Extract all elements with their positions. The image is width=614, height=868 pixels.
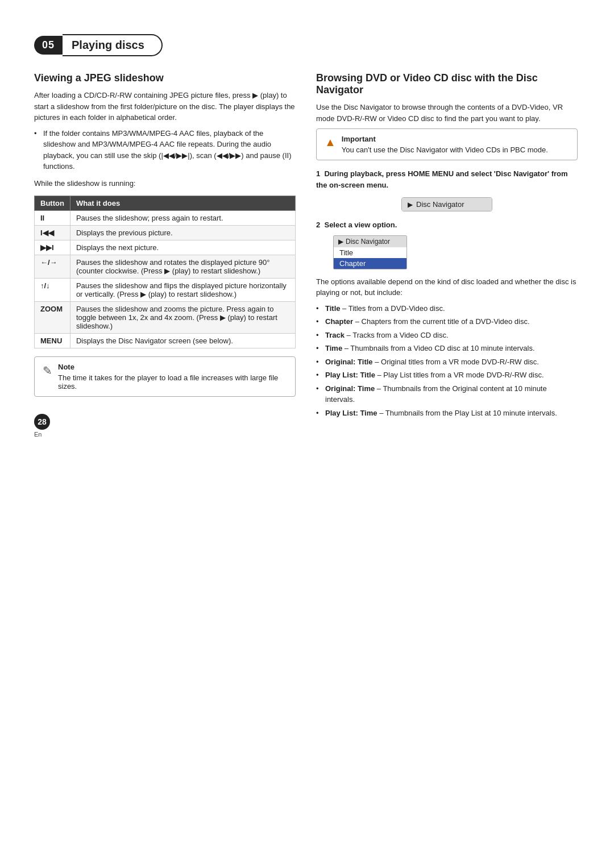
button-cell: I◀◀: [35, 226, 70, 240]
dns-header-label: Disc Navigator: [346, 238, 390, 246]
table-row: ↑/↓Pauses the slideshow and flips the di…: [35, 279, 296, 302]
options-intro: The options available depend on the kind…: [316, 276, 578, 298]
right-section-title: Browsing DVD or Video CD disc with the D…: [316, 72, 578, 96]
option-item: Time – Thumbnails from a Video CD disc a…: [316, 343, 578, 354]
disc-nav-icon-step1: ▶: [408, 201, 413, 209]
page-header: 05 Playing discs: [34, 34, 580, 56]
left-section-title: Viewing a JPEG slideshow: [34, 72, 296, 84]
table-row: ZOOMPauses the slideshow and zooms the p…: [35, 302, 296, 334]
step2-number: 2: [316, 221, 320, 229]
left-column: Viewing a JPEG slideshow After loading a…: [34, 72, 296, 438]
desc-cell: Pauses the slideshow and rotates the dis…: [70, 255, 295, 279]
option-item: Chapter – Chapters from the current titl…: [316, 316, 578, 327]
step1-text: 1 During playback, press HOME MENU and s…: [316, 168, 578, 190]
page-title: Playing discs: [63, 34, 163, 56]
option-item: Original: Time – Thumbnails from the Ori…: [316, 383, 578, 405]
note-content: Note The time it takes for the player to…: [58, 363, 287, 391]
button-cell: ←/→: [35, 255, 70, 279]
desc-cell: Displays the next picture.: [70, 240, 295, 255]
left-bullets: If the folder contains MP3/WMA/MPEG-4 AA…: [34, 128, 296, 172]
important-content: Important You can't use the Disc Navigat…: [342, 135, 548, 154]
important-text: You can't use the Disc Navigator with Vi…: [342, 146, 548, 154]
dns-header: ▶ Disc Navigator: [334, 236, 406, 247]
note-text: The time it takes for the player to load…: [58, 373, 278, 391]
button-cell: ▶▶I: [35, 240, 70, 255]
step2-desc: Select a view option.: [324, 221, 397, 229]
note-label: Note: [58, 363, 287, 371]
right-intro: Use the Disc Navigator to browse through…: [316, 102, 578, 124]
left-intro: After loading a CD/CD-R/-RW containing J…: [34, 90, 296, 123]
while-running: While the slideshow is running:: [34, 178, 296, 189]
col-what-it-does: What it does: [70, 196, 295, 211]
note-icon: ✎: [43, 364, 52, 377]
button-table: Button What it does IIPauses the slidesh…: [34, 196, 296, 348]
step1-number: 1: [316, 169, 320, 178]
option-item: Title – Titles from a DVD-Video disc.: [316, 303, 578, 314]
button-cell: II: [35, 211, 70, 226]
dns-icon: ▶: [338, 238, 343, 246]
note-box: ✎ Note The time it takes for the player …: [34, 356, 296, 397]
table-row: MENUDisplays the Disc Navigator screen (…: [35, 334, 296, 348]
table-row: IIPauses the slideshow; press again to r…: [35, 211, 296, 226]
button-cell: ↑/↓: [35, 279, 70, 302]
table-header-row: Button What it does: [35, 196, 296, 211]
desc-cell: Displays the previous picture.: [70, 226, 295, 240]
bullet-item-1: If the folder contains MP3/WMA/MPEG-4 AA…: [34, 128, 296, 172]
option-item: Play List: Time – Thumbnails from the Pl…: [316, 408, 578, 419]
dns-item[interactable]: Chapter: [334, 258, 406, 269]
table-row: ▶▶IDisplays the next picture.: [35, 240, 296, 255]
disc-nav-label-step1: Disc Navigator: [416, 200, 464, 209]
step1-desc: During playback, press HOME MENU and sel…: [316, 169, 568, 189]
important-label: Important: [342, 135, 548, 143]
options-list: Title – Titles from a DVD-Video disc.Cha…: [316, 303, 578, 419]
step2-text: 2 Select a view option.: [316, 219, 578, 231]
desc-cell: Pauses the slideshow and flips the displ…: [70, 279, 295, 302]
button-cell: MENU: [35, 334, 70, 348]
disc-nav-small: ▶ Disc Navigator TitleChapter: [333, 235, 407, 269]
table-row: I◀◀Displays the previous picture.: [35, 226, 296, 240]
page-number-area: 28 En: [34, 414, 296, 438]
button-table-container: Button What it does IIPauses the slidesh…: [34, 196, 296, 348]
important-box: ▲ Important You can't use the Disc Navig…: [316, 128, 578, 160]
two-col-layout: Viewing a JPEG slideshow After loading a…: [34, 72, 580, 438]
button-cell: ZOOM: [35, 302, 70, 334]
dns-items: TitleChapter: [334, 247, 406, 269]
disc-nav-header-step1: ▶ Disc Navigator: [402, 198, 492, 211]
table-row: ←/→Pauses the slideshow and rotates the …: [35, 255, 296, 279]
important-icon: ▲: [325, 136, 336, 149]
option-item: Track – Tracks from a Video CD disc.: [316, 330, 578, 341]
en-label: En: [34, 431, 296, 438]
dns-item[interactable]: Title: [334, 247, 406, 258]
right-column: Browsing DVD or Video CD disc with the D…: [316, 72, 578, 438]
page-number: 28: [34, 414, 50, 430]
option-item: Play List: Title – Play List titles from…: [316, 369, 578, 381]
desc-cell: Displays the Disc Navigator screen (see …: [70, 334, 295, 348]
disc-nav-ui-step1: ▶ Disc Navigator: [401, 197, 492, 211]
col-button: Button: [35, 196, 70, 211]
option-item: Original: Title – Original titles from a…: [316, 356, 578, 368]
desc-cell: Pauses the slideshow; press again to res…: [70, 211, 295, 226]
chapter-badge: 05: [34, 36, 63, 55]
desc-cell: Pauses the slideshow and zooms the pictu…: [70, 302, 295, 334]
